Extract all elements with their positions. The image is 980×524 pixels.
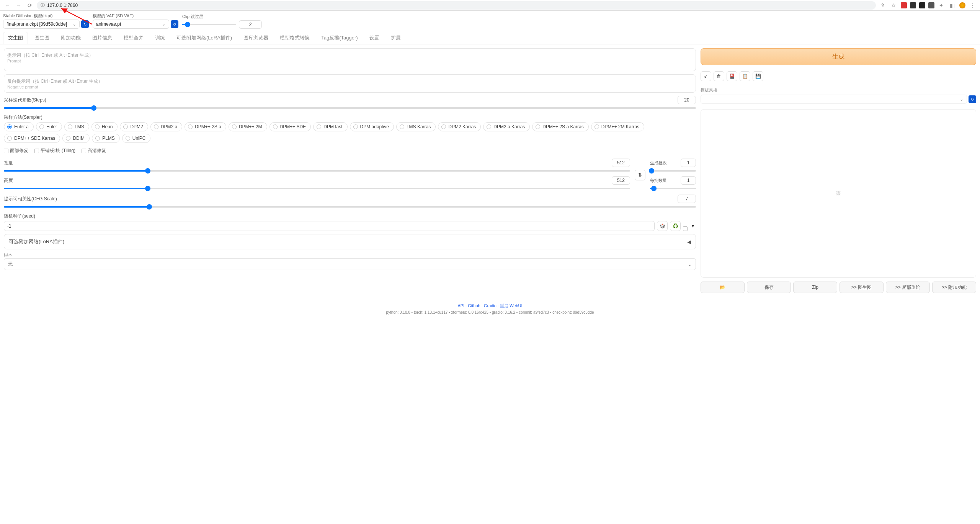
- sampler-option[interactable]: PLMS: [92, 134, 120, 143]
- ckpt-label: Stable Diffusion 模型(ckpt): [3, 13, 89, 19]
- footer-link[interactable]: Github: [468, 303, 480, 308]
- negative-prompt-input[interactable]: 反向提示词（按 Ctrl+Enter 或 Alt+Enter 生成） Negat…: [4, 74, 696, 93]
- sampler-option[interactable]: DDIM: [62, 134, 90, 143]
- nav-forward-icon[interactable]: →: [15, 2, 23, 8]
- sampler-option[interactable]: DPM++ 2S a Karras: [532, 122, 588, 131]
- sampler-option[interactable]: Heun: [91, 122, 118, 131]
- vae-select[interactable]: animevae.pt⌄: [93, 20, 169, 29]
- tab-11[interactable]: 扩展: [386, 32, 406, 44]
- arrow-button[interactable]: ↙: [701, 71, 711, 81]
- send-to-extras-button[interactable]: >> 附加功能: [932, 282, 976, 293]
- sampler-option[interactable]: UniPC: [122, 134, 151, 143]
- save-style-button[interactable]: 💾: [753, 71, 763, 81]
- footer-link[interactable]: API: [457, 303, 464, 308]
- browser-bar: ← → ⟳ ⓘ ⇪ ☆ ✦ ◧ ⋮: [0, 0, 980, 11]
- lora-accordion[interactable]: 可选附加网络(LoRA插件) ◀: [4, 234, 696, 249]
- send-to-inpaint-button[interactable]: >> 局部重绘: [886, 282, 930, 293]
- generate-button[interactable]: 生成: [701, 48, 976, 65]
- tab-2[interactable]: 附加功能: [56, 32, 86, 44]
- height-value[interactable]: 512: [612, 176, 630, 185]
- url-bar[interactable]: ⓘ: [37, 1, 876, 10]
- tab-6[interactable]: 可选附加网络(LoRA插件): [172, 32, 237, 44]
- batch-size-value[interactable]: 1: [681, 176, 696, 185]
- ext-icon[interactable]: [928, 2, 934, 8]
- extensions-icon[interactable]: ✦: [938, 2, 945, 8]
- sampler-option[interactable]: DPM2 a Karras: [483, 122, 530, 131]
- batch-count-value[interactable]: 1: [681, 159, 696, 167]
- sampler-option[interactable]: DPM adaptive: [350, 122, 394, 131]
- menu-icon[interactable]: ⋮: [969, 2, 977, 8]
- ckpt-refresh-button[interactable]: ↻: [81, 20, 89, 28]
- sampler-option[interactable]: LMS: [64, 122, 89, 131]
- tab-0[interactable]: 文生图: [3, 32, 28, 44]
- cfg-slider[interactable]: [4, 204, 696, 210]
- batch-count-slider[interactable]: [650, 168, 696, 174]
- ckpt-select[interactable]: final-prune.ckpt [89d59c3dde]⌄: [3, 20, 80, 29]
- swap-dimensions-button[interactable]: ⇅: [635, 170, 645, 180]
- ext-icon[interactable]: [901, 2, 907, 8]
- tab-9[interactable]: Tag反推(Tagger): [316, 32, 363, 44]
- tiling-checkbox[interactable]: 平铺/分块 (Tiling): [34, 147, 75, 154]
- seed-extra-checkbox[interactable]: [683, 226, 688, 231]
- style-refresh-button[interactable]: ↻: [969, 95, 976, 103]
- seed-expand-icon[interactable]: ▾: [690, 221, 696, 231]
- clipboard-button[interactable]: 📋: [740, 71, 750, 81]
- tab-4[interactable]: 模型合并: [119, 32, 149, 44]
- hires-fix-checkbox[interactable]: 高清修复: [82, 147, 106, 154]
- sampler-option[interactable]: DPM++ 2M: [229, 122, 267, 131]
- batch-size-slider[interactable]: [650, 185, 696, 192]
- sampler-option[interactable]: DPM++ SDE Karras: [4, 134, 60, 143]
- clip-skip-value[interactable]: 2: [239, 20, 262, 29]
- width-value[interactable]: 512: [612, 159, 630, 167]
- ext-icon[interactable]: [919, 2, 925, 8]
- seed-input[interactable]: [4, 221, 655, 231]
- cfg-value[interactable]: 7: [678, 195, 696, 203]
- face-restore-checkbox[interactable]: 面部修复: [4, 147, 28, 154]
- sampler-option[interactable]: DPM++ 2M Karras: [591, 122, 644, 131]
- styles-button[interactable]: 🎴: [727, 71, 737, 81]
- tab-1[interactable]: 图生图: [29, 32, 54, 44]
- footer-link[interactable]: 重启 WebUI: [500, 303, 522, 308]
- clip-skip-slider[interactable]: [182, 21, 236, 28]
- tab-7[interactable]: 图库浏览器: [238, 32, 273, 44]
- sampler-option[interactable]: Euler a: [4, 122, 34, 131]
- steps-value[interactable]: 20: [678, 96, 696, 104]
- tab-3[interactable]: 图片信息: [87, 32, 117, 44]
- sampler-option[interactable]: LMS Karras: [396, 122, 436, 131]
- send-to-img2img-button[interactable]: >> 图生图: [840, 282, 884, 293]
- sampler-option[interactable]: DPM2 a: [150, 122, 182, 131]
- ext-icon[interactable]: [910, 2, 916, 8]
- url-input[interactable]: [47, 3, 872, 8]
- sampler-option[interactable]: DPM++ 2S a: [185, 122, 226, 131]
- save-zip-button[interactable]: Zip: [793, 282, 837, 293]
- height-slider[interactable]: [4, 185, 630, 192]
- site-info-icon[interactable]: ⓘ: [41, 2, 45, 8]
- nav-back-icon[interactable]: ←: [3, 2, 11, 8]
- vae-refresh-button[interactable]: ↻: [171, 20, 178, 28]
- batch-count-label: 生成批次: [650, 160, 667, 166]
- sampler-option[interactable]: DPM fast: [313, 122, 347, 131]
- width-slider[interactable]: [4, 168, 630, 174]
- tab-10[interactable]: 设置: [364, 32, 384, 44]
- sampler-option[interactable]: DPM2: [120, 122, 148, 131]
- prompt-input[interactable]: 提示词（按 Ctrl+Enter 或 Alt+Enter 生成） Prompt: [4, 48, 696, 71]
- clear-button[interactable]: 🗑: [714, 71, 724, 81]
- seed-reuse-button[interactable]: ♻️: [670, 221, 681, 231]
- open-folder-button[interactable]: 📂: [701, 282, 745, 293]
- profile-avatar[interactable]: [959, 2, 965, 8]
- sidepanel-icon[interactable]: ◧: [948, 2, 956, 8]
- steps-slider[interactable]: [4, 105, 696, 111]
- sampler-option[interactable]: DPM2 Karras: [438, 122, 481, 131]
- script-select[interactable]: 无 ⌄: [4, 258, 696, 270]
- share-icon[interactable]: ⇪: [879, 2, 887, 8]
- tab-8[interactable]: 模型格式转换: [275, 32, 315, 44]
- tab-5[interactable]: 训练: [150, 32, 170, 44]
- nav-reload-icon[interactable]: ⟳: [26, 2, 34, 8]
- sampler-option[interactable]: DPM++ SDE: [270, 122, 311, 131]
- sampler-option[interactable]: Euler: [36, 122, 62, 131]
- style-select[interactable]: ⌄: [701, 95, 967, 104]
- bookmark-icon[interactable]: ☆: [890, 2, 898, 8]
- footer-link[interactable]: Gradio: [484, 303, 497, 308]
- save-image-button[interactable]: 保存: [747, 282, 791, 293]
- seed-random-button[interactable]: 🎲: [657, 221, 668, 231]
